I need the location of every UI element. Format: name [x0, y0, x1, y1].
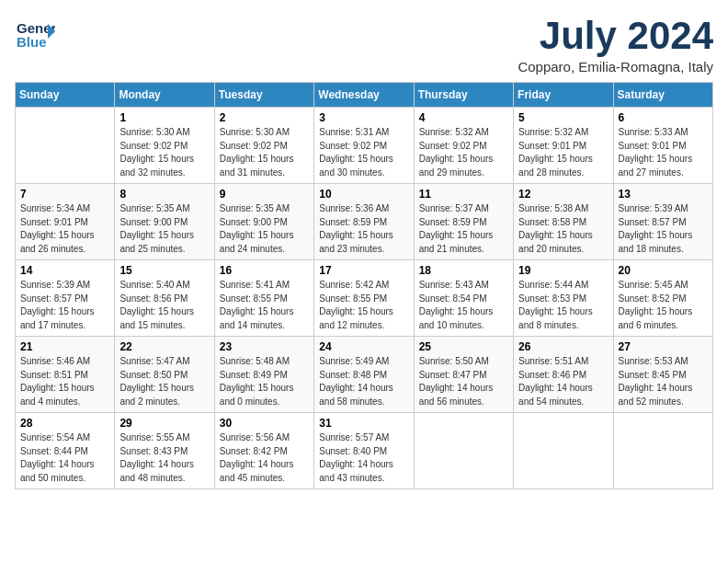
calendar-cell: 14Sunrise: 5:39 AMSunset: 8:57 PMDayligh… — [16, 260, 115, 337]
day-number: 24 — [319, 340, 408, 353]
calendar-cell: 10Sunrise: 5:36 AMSunset: 8:59 PMDayligh… — [314, 184, 414, 260]
week-row-5: 28Sunrise: 5:54 AMSunset: 8:44 PMDayligh… — [16, 413, 713, 489]
calendar-cell: 7Sunrise: 5:34 AMSunset: 9:01 PMDaylight… — [16, 184, 115, 260]
week-row-2: 7Sunrise: 5:34 AMSunset: 9:01 PMDaylight… — [16, 184, 713, 260]
day-info: Sunrise: 5:43 AMSunset: 8:54 PMDaylight:… — [419, 279, 508, 332]
calendar-table: SundayMondayTuesdayWednesdayThursdayFrid… — [15, 82, 713, 489]
day-number: 9 — [220, 188, 309, 201]
calendar-cell: 16Sunrise: 5:41 AMSunset: 8:55 PMDayligh… — [214, 260, 313, 337]
day-number: 13 — [619, 188, 708, 201]
calendar-cell — [16, 108, 115, 184]
calendar-cell — [613, 413, 712, 489]
day-info: Sunrise: 5:36 AMSunset: 8:59 PMDaylight:… — [319, 202, 408, 256]
calendar-cell: 21Sunrise: 5:46 AMSunset: 8:51 PMDayligh… — [16, 337, 115, 413]
day-number: 31 — [319, 417, 408, 430]
logo: General Blue — [15, 15, 55, 59]
day-number: 12 — [518, 188, 608, 201]
title-block: July 2024 Copparo, Emilia-Romagna, Italy — [518, 15, 713, 75]
calendar-cell: 28Sunrise: 5:54 AMSunset: 8:44 PMDayligh… — [16, 413, 115, 489]
svg-text:Blue: Blue — [17, 34, 47, 50]
day-number: 5 — [518, 111, 608, 124]
day-number: 7 — [20, 188, 109, 201]
calendar-cell — [514, 413, 613, 489]
day-info: Sunrise: 5:45 AMSunset: 8:52 PMDaylight:… — [619, 279, 708, 332]
day-info: Sunrise: 5:46 AMSunset: 8:51 PMDaylight:… — [20, 355, 109, 408]
calendar-cell: 1Sunrise: 5:30 AMSunset: 9:02 PMDaylight… — [115, 108, 214, 184]
day-number: 26 — [518, 340, 608, 353]
day-number: 17 — [319, 264, 408, 277]
day-number: 20 — [619, 264, 708, 277]
calendar-cell: 4Sunrise: 5:32 AMSunset: 9:02 PMDaylight… — [414, 108, 513, 184]
day-info: Sunrise: 5:35 AMSunset: 9:00 PMDaylight:… — [220, 202, 309, 256]
day-number: 8 — [119, 188, 209, 201]
day-info: Sunrise: 5:44 AMSunset: 8:53 PMDaylight:… — [518, 279, 608, 332]
day-info: Sunrise: 5:49 AMSunset: 8:48 PMDaylight:… — [319, 355, 408, 408]
calendar-cell: 22Sunrise: 5:47 AMSunset: 8:50 PMDayligh… — [115, 337, 214, 413]
day-number: 18 — [419, 264, 508, 277]
calendar-cell: 9Sunrise: 5:35 AMSunset: 9:00 PMDaylight… — [214, 184, 313, 260]
day-number: 4 — [419, 111, 508, 124]
logo-icon: General Blue — [15, 15, 55, 55]
day-info: Sunrise: 5:32 AMSunset: 9:01 PMDaylight:… — [518, 126, 608, 179]
day-info: Sunrise: 5:33 AMSunset: 9:01 PMDaylight:… — [619, 126, 708, 179]
day-number: 30 — [220, 417, 309, 430]
day-number: 22 — [119, 340, 209, 353]
day-number: 23 — [220, 340, 309, 353]
week-row-4: 21Sunrise: 5:46 AMSunset: 8:51 PMDayligh… — [16, 337, 713, 413]
location-subtitle: Copparo, Emilia-Romagna, Italy — [518, 59, 713, 75]
calendar-cell: 19Sunrise: 5:44 AMSunset: 8:53 PMDayligh… — [514, 260, 613, 337]
day-number: 19 — [518, 264, 608, 277]
day-info: Sunrise: 5:48 AMSunset: 8:49 PMDaylight:… — [220, 355, 309, 408]
day-number: 14 — [20, 264, 109, 277]
day-info: Sunrise: 5:30 AMSunset: 9:02 PMDaylight:… — [119, 126, 209, 179]
day-number: 27 — [619, 340, 708, 353]
day-number: 10 — [319, 188, 408, 201]
calendar-cell: 12Sunrise: 5:38 AMSunset: 8:58 PMDayligh… — [514, 184, 613, 260]
day-header-thursday: Thursday — [414, 83, 513, 108]
calendar-cell — [414, 413, 513, 489]
calendar-cell: 24Sunrise: 5:49 AMSunset: 8:48 PMDayligh… — [314, 337, 414, 413]
day-info: Sunrise: 5:41 AMSunset: 8:55 PMDaylight:… — [220, 279, 309, 332]
calendar-cell: 15Sunrise: 5:40 AMSunset: 8:56 PMDayligh… — [115, 260, 214, 337]
day-number: 3 — [319, 111, 408, 124]
calendar-cell: 17Sunrise: 5:42 AMSunset: 8:55 PMDayligh… — [314, 260, 414, 337]
day-info: Sunrise: 5:30 AMSunset: 9:02 PMDaylight:… — [220, 126, 309, 179]
day-info: Sunrise: 5:37 AMSunset: 8:59 PMDaylight:… — [419, 202, 508, 256]
day-header-wednesday: Wednesday — [314, 83, 414, 108]
day-info: Sunrise: 5:40 AMSunset: 8:56 PMDaylight:… — [119, 279, 209, 332]
calendar-cell: 3Sunrise: 5:31 AMSunset: 9:02 PMDaylight… — [314, 108, 414, 184]
day-info: Sunrise: 5:35 AMSunset: 9:00 PMDaylight:… — [119, 202, 209, 256]
day-info: Sunrise: 5:56 AMSunset: 8:42 PMDaylight:… — [220, 431, 309, 485]
day-number: 15 — [119, 264, 209, 277]
day-info: Sunrise: 5:34 AMSunset: 9:01 PMDaylight:… — [20, 202, 109, 256]
header: General Blue July 2024 Copparo, Emilia-R… — [15, 15, 713, 75]
day-number: 11 — [419, 188, 508, 201]
calendar-cell: 2Sunrise: 5:30 AMSunset: 9:02 PMDaylight… — [214, 108, 313, 184]
day-number: 29 — [119, 417, 209, 430]
calendar-cell: 27Sunrise: 5:53 AMSunset: 8:45 PMDayligh… — [613, 337, 712, 413]
day-info: Sunrise: 5:39 AMSunset: 8:57 PMDaylight:… — [619, 202, 708, 256]
day-number: 16 — [220, 264, 309, 277]
week-row-1: 1Sunrise: 5:30 AMSunset: 9:02 PMDaylight… — [16, 108, 713, 184]
day-number: 21 — [20, 340, 109, 353]
day-info: Sunrise: 5:42 AMSunset: 8:55 PMDaylight:… — [319, 279, 408, 332]
day-info: Sunrise: 5:38 AMSunset: 8:58 PMDaylight:… — [518, 202, 608, 256]
calendar-cell: 5Sunrise: 5:32 AMSunset: 9:01 PMDaylight… — [514, 108, 613, 184]
day-info: Sunrise: 5:55 AMSunset: 8:43 PMDaylight:… — [119, 431, 209, 485]
day-info: Sunrise: 5:47 AMSunset: 8:50 PMDaylight:… — [119, 355, 209, 408]
days-header-row: SundayMondayTuesdayWednesdayThursdayFrid… — [16, 83, 713, 108]
day-header-saturday: Saturday — [613, 83, 712, 108]
day-info: Sunrise: 5:51 AMSunset: 8:46 PMDaylight:… — [518, 355, 608, 408]
calendar-cell: 11Sunrise: 5:37 AMSunset: 8:59 PMDayligh… — [414, 184, 513, 260]
day-info: Sunrise: 5:54 AMSunset: 8:44 PMDaylight:… — [20, 431, 109, 485]
day-header-friday: Friday — [514, 83, 613, 108]
calendar-cell: 20Sunrise: 5:45 AMSunset: 8:52 PMDayligh… — [613, 260, 712, 337]
day-header-tuesday: Tuesday — [214, 83, 313, 108]
calendar-cell: 13Sunrise: 5:39 AMSunset: 8:57 PMDayligh… — [613, 184, 712, 260]
day-info: Sunrise: 5:31 AMSunset: 9:02 PMDaylight:… — [319, 126, 408, 179]
day-info: Sunrise: 5:53 AMSunset: 8:45 PMDaylight:… — [619, 355, 708, 408]
day-number: 6 — [619, 111, 708, 124]
day-info: Sunrise: 5:39 AMSunset: 8:57 PMDaylight:… — [20, 279, 109, 332]
week-row-3: 14Sunrise: 5:39 AMSunset: 8:57 PMDayligh… — [16, 260, 713, 337]
calendar-cell: 25Sunrise: 5:50 AMSunset: 8:47 PMDayligh… — [414, 337, 513, 413]
